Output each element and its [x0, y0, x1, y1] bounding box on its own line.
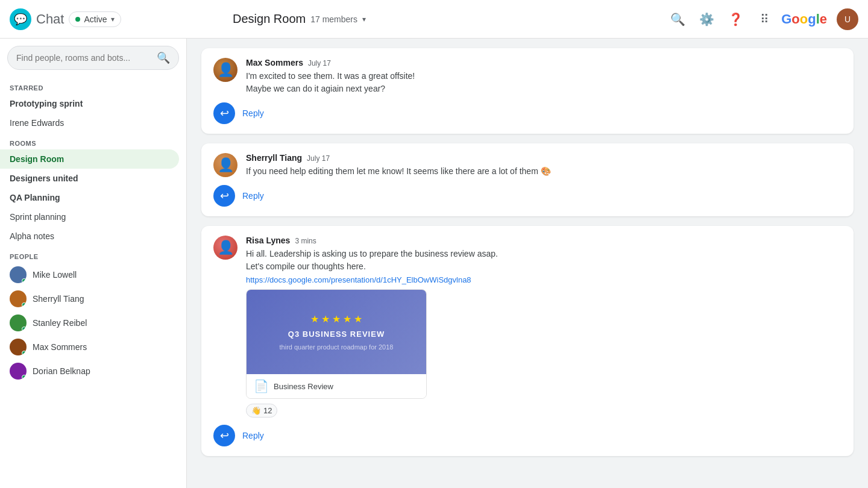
help-button[interactable]: ❓ [723, 7, 747, 31]
gear-icon: ⚙️ [699, 12, 714, 27]
active-status-badge[interactable]: Active ▾ [69, 11, 121, 27]
reply-row: ↩ Reply [213, 425, 841, 446]
message-sender: Risa Lynes [246, 236, 290, 245]
search-icon: 🔍 [670, 12, 685, 27]
link-card-bottom: 📄 Business Review [247, 374, 426, 398]
rooms-section-label: ROOMS [0, 133, 186, 149]
main-layout: 🔍 STARRED Prototyping sprint Irene Edwar… [0, 39, 868, 488]
online-indicator [22, 278, 27, 283]
reaction-count: 12 [263, 406, 272, 415]
online-indicator [22, 351, 27, 355]
link-card-file-name: Business Review [274, 382, 333, 391]
search-button[interactable]: 🔍 [665, 7, 690, 31]
message-time: July 17 [307, 154, 330, 163]
sidebar: 🔍 STARRED Prototyping sprint Irene Edwar… [0, 39, 187, 488]
message-card: 👤 Max Sommers July 17 I'm excited to see… [201, 48, 854, 134]
reply-label[interactable]: Reply [242, 191, 264, 201]
sidebar-item-label: Design Room [10, 154, 169, 164]
person-name: Dorian Belknap [33, 366, 90, 376]
reply-label[interactable]: Reply [242, 431, 264, 440]
chat-logo-icon: 💬 [10, 8, 31, 30]
sidebar-item-label: Designers united [10, 174, 169, 183]
help-icon: ❓ [728, 12, 743, 27]
sidebar-item-qa-planning[interactable]: QA Planning [0, 188, 179, 207]
message-line: If you need help editing them let me kno… [246, 165, 841, 178]
room-header: Design Room 17 members ▾ [197, 12, 665, 26]
sidebar-item-irene-edwards[interactable]: Irene Edwards [0, 113, 179, 133]
message-content: Max Sommers July 17 I'm excited to see t… [246, 58, 841, 95]
active-dot [75, 17, 80, 22]
sidebar-item-alpha-notes[interactable]: Alpha notes [0, 227, 179, 246]
sidebar-item-design-room[interactable]: Design Room [0, 149, 179, 169]
message-content: Risa Lynes 3 mins Hi all. Leadership is … [246, 236, 841, 418]
star-icon: ★ [332, 313, 341, 325]
avatar: 👤 [213, 236, 237, 260]
members-chevron-icon[interactable]: ▾ [362, 15, 366, 23]
chevron-down-icon: ▾ [111, 15, 115, 23]
reply-label[interactable]: Reply [242, 108, 264, 118]
slides-icon: 📄 [254, 379, 269, 393]
sidebar-item-mike-lowell[interactable]: Mike Lowell [0, 263, 186, 287]
search-input[interactable] [16, 53, 157, 63]
avatar-emoji: 👤 [218, 240, 234, 255]
members-count: 17 members [310, 14, 357, 24]
avatar [10, 266, 27, 283]
google-logo: Google [781, 11, 827, 27]
user-avatar[interactable]: U [837, 8, 858, 30]
star-icon: ★ [354, 313, 362, 325]
reaction-emoji: 👋 [251, 406, 261, 415]
sidebar-item-designers-united[interactable]: Designers united [0, 169, 179, 188]
sidebar-item-max-sommers[interactable]: Max Sommers [0, 335, 186, 359]
avatar-emoji: 👤 [218, 157, 234, 173]
sidebar-item-prototyping-sprint[interactable]: Prototyping sprint [0, 94, 179, 113]
sidebar-item-label: Alpha notes [10, 231, 169, 241]
message-time: July 17 [308, 59, 331, 67]
avatar [10, 314, 27, 331]
star-icon: ★ [310, 313, 319, 325]
person-name: Mike Lowell [33, 270, 77, 280]
message-row: 👤 Sherryll Tiang July 17 If you need hel… [213, 153, 841, 178]
settings-button[interactable]: ⚙️ [694, 7, 719, 31]
active-label: Active [84, 14, 107, 24]
search-icon: 🔍 [157, 51, 170, 64]
search-bar[interactable]: 🔍 [7, 46, 179, 70]
reply-button[interactable]: ↩ [213, 425, 235, 446]
sidebar-item-dorian-belknap[interactable]: Dorian Belknap [0, 359, 186, 383]
online-indicator [22, 375, 27, 380]
reply-row: ↩ Reply [213, 102, 841, 124]
message-content: Sherryll Tiang July 17 If you need help … [246, 153, 841, 178]
sidebar-item-sherryll-tiang[interactable]: Sherryll Tiang [0, 287, 186, 311]
apps-button[interactable]: ⠿ [752, 7, 776, 31]
message-row: 👤 Max Sommers July 17 I'm excited to see… [213, 58, 841, 95]
message-text: If you need help editing them let me kno… [246, 165, 841, 178]
avatar-initial: U [844, 14, 851, 24]
message-line: Hi all. Leadership is asking us to prepa… [246, 248, 841, 260]
svg-text:💬: 💬 [14, 13, 28, 26]
online-indicator [22, 327, 27, 331]
link-preview-card[interactable]: ★ ★ ★ ★ ★ Q3 BUSINESS REVIEW third quart… [246, 289, 427, 399]
logo-area: 💬 Chat Active ▾ [10, 8, 197, 30]
reply-button[interactable]: ↩ [213, 185, 235, 207]
avatar: 👤 [213, 153, 237, 177]
message-card: 👤 Risa Lynes 3 mins Hi all. Leadership i… [201, 226, 854, 456]
link-card-subtitle: third quarter product roadmap for 2018 [280, 343, 394, 351]
app-title: Chat [36, 11, 64, 27]
sidebar-item-sprint-planning[interactable]: Sprint planning [0, 207, 179, 227]
message-line: Let's compile our thoughts here. [246, 260, 841, 273]
message-header: Max Sommers July 17 [246, 58, 841, 67]
message-header: Risa Lynes 3 mins [246, 236, 841, 245]
avatar [10, 290, 27, 307]
message-card: 👤 Sherryll Tiang July 17 If you need hel… [201, 143, 854, 216]
link-card-title: Q3 BUSINESS REVIEW [288, 330, 385, 339]
reaction-button[interactable]: 👋 12 [246, 404, 277, 418]
header-icons: 🔍 ⚙️ ❓ ⠿ Google U [665, 7, 858, 31]
reply-button[interactable]: ↩ [213, 102, 235, 124]
person-name: Stanley Reibel [33, 318, 87, 328]
chat-area: 👤 Max Sommers July 17 I'm excited to see… [187, 39, 868, 488]
message-time: 3 mins [295, 237, 316, 245]
message-link[interactable]: https://docs.google.com/presentation/d/1… [246, 275, 841, 284]
starred-section-label: STARRED [0, 77, 186, 94]
people-section-label: PEOPLE [0, 246, 186, 263]
sidebar-item-stanley-reibel[interactable]: Stanley Reibel [0, 311, 186, 335]
star-icon: ★ [343, 313, 351, 325]
